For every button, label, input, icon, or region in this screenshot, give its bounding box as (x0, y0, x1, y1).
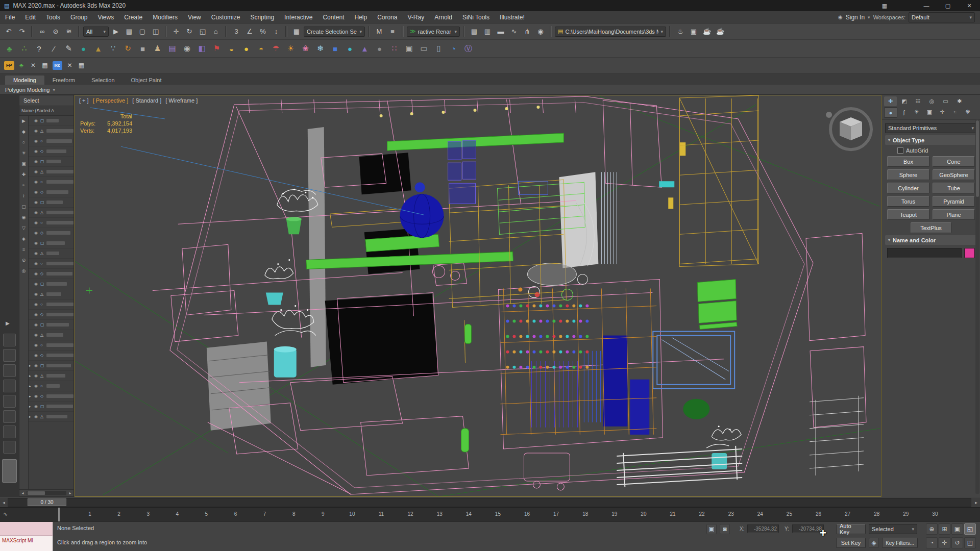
display-shapes-icon[interactable]: ○ (22, 139, 25, 145)
primitives-dropdown[interactable]: Standard Primitives ▾ (885, 123, 977, 133)
bind-to-space-warp-icon[interactable]: ≋ (63, 26, 75, 38)
project-folder-field[interactable]: ▤C:\Users\MaiHoang\Documents\3ds Max 202… (555, 27, 666, 37)
menu-item-modifiers[interactable]: Modifiers (148, 11, 183, 23)
layout-tab[interactable] (3, 410, 16, 423)
spacewarps-category[interactable]: ≈ (949, 107, 961, 117)
unlink-selection-icon[interactable]: ⊘ (50, 26, 62, 38)
list-item[interactable]: ◉○ (29, 259, 74, 269)
forest-list-icon[interactable]: ▦ (40, 60, 51, 71)
create-sphere-button[interactable]: Sphere (887, 169, 929, 180)
list-item[interactable]: ◉◇ (29, 269, 74, 279)
viewport-menu-standard[interactable]: [ Standard ] (132, 97, 161, 104)
utilities-tab[interactable]: ✱ (953, 96, 966, 106)
autogrid-checkbox[interactable] (897, 147, 903, 154)
menu-item-create[interactable]: Create (119, 11, 148, 23)
snowflake-icon[interactable]: ❄ (313, 42, 327, 56)
list-item[interactable]: ▸◉△ (29, 371, 74, 381)
rectangular-selection-region-icon[interactable]: ▢ (136, 26, 149, 38)
create-teapot-button[interactable]: Teapot (887, 209, 929, 220)
visibility-eye-icon[interactable]: ◉ (34, 384, 39, 388)
visibility-eye-icon[interactable]: ◉ (34, 210, 39, 215)
menu-item-scripting[interactable]: Scripting (245, 11, 279, 23)
list-item[interactable]: ◉▢ (29, 279, 74, 289)
create-textplus-button[interactable]: TextPlus (911, 222, 951, 233)
time-slider-track[interactable]: 0 / 30 (8, 498, 971, 507)
forest-tree-icon[interactable]: ♣ (16, 60, 27, 71)
photo-icon[interactable]: ▣ (402, 42, 416, 56)
maximize-viewport-icon[interactable]: ◰ (964, 537, 976, 548)
motion-tab[interactable]: ◎ (925, 96, 938, 106)
visibility-eye-icon[interactable]: ◉ (34, 190, 39, 194)
railclone-edit-icon[interactable]: ✕ (64, 60, 75, 71)
visibility-eye-icon[interactable]: ◉ (34, 394, 39, 398)
set-key-button[interactable]: Set Key (836, 538, 866, 548)
flower-icon[interactable]: ❀ (299, 42, 312, 56)
visibility-eye-icon[interactable]: ◉ (34, 220, 39, 225)
expand-arrow-icon[interactable]: ▸ (29, 364, 33, 368)
zoom-region-icon[interactable]: ◱ (964, 523, 976, 535)
orb-icon[interactable]: ● (373, 42, 386, 56)
create-pyramid-button[interactable]: Pyramid (933, 196, 975, 207)
systems-category[interactable]: ❋ (962, 107, 974, 117)
menu-item-arnold[interactable]: Arnold (429, 11, 457, 23)
box-icon[interactable]: ■ (136, 42, 150, 56)
list-item[interactable]: ◉▢ (29, 238, 74, 248)
layout-tab[interactable] (3, 441, 16, 454)
expand-arrow-icon[interactable]: ▸ (29, 415, 33, 419)
chart-icon[interactable]: ◔ (447, 42, 460, 56)
settings-icon[interactable]: ≡ (22, 246, 25, 253)
viewport-menu-general[interactable]: [ + ] (79, 97, 89, 104)
list-item[interactable]: ◉○ (29, 299, 74, 310)
layout-tab[interactable] (3, 425, 16, 438)
menu-item-file[interactable]: File (0, 11, 20, 23)
redo-icon[interactable]: ↷ (16, 26, 28, 38)
key-mode-icon[interactable]: ◈ (869, 538, 879, 548)
render-setup-icon[interactable]: ♨ (674, 26, 687, 38)
interactive-render-dropdown[interactable]: ≫ractive Renar▾ (407, 27, 460, 37)
vray-icon[interactable]: Ⓥ (461, 42, 475, 56)
monitor-icon[interactable]: ▯ (432, 42, 446, 56)
list-item[interactable]: ◉◇ (29, 187, 74, 197)
previous-frame-icon[interactable]: ◂ (0, 500, 8, 505)
visibility-eye-icon[interactable]: ◉ (34, 118, 39, 123)
layout-tab[interactable] (3, 380, 16, 392)
forest-pack-badge-icon[interactable]: FP (4, 61, 14, 70)
helpers-category[interactable]: ✛ (936, 107, 948, 117)
visibility-eye-icon[interactable]: ◉ (34, 180, 39, 184)
next-frame-icon[interactable]: ▸ (972, 500, 980, 505)
fov-icon[interactable]: ◔ (926, 537, 938, 548)
list-item[interactable]: ◉△ (29, 126, 74, 136)
menu-item-illustrate[interactable]: Illustrate! (495, 11, 530, 23)
scrollbar-track[interactable] (27, 491, 66, 495)
visibility-eye-icon[interactable]: ◉ (34, 322, 39, 327)
geometry-category[interactable]: ● (884, 107, 897, 118)
visibility-eye-icon[interactable]: ◉ (34, 292, 39, 296)
select-object-icon[interactable]: ▶ (110, 26, 122, 38)
visibility-eye-icon[interactable]: ◉ (34, 414, 39, 419)
key-filters-button[interactable]: Key Filters... (882, 538, 918, 548)
selection-set-dropdown[interactable]: Selected ▾ (869, 524, 917, 534)
selection-filter-dropdown[interactable]: All▾ (83, 27, 109, 37)
visibility-eye-icon[interactable]: ◉ (34, 261, 39, 266)
toggle-ribbon-icon[interactable]: ▬ (495, 26, 507, 38)
dome-icon[interactable]: ◒ (225, 42, 238, 56)
lock-icon[interactable]: ◈ (22, 235, 26, 242)
menu-item-help[interactable]: Help (349, 11, 372, 23)
mini-curve-editor-icon[interactable]: ∿ (3, 511, 8, 517)
visibility-eye-icon[interactable]: ◉ (34, 404, 39, 409)
cameras-category[interactable]: ▣ (923, 107, 936, 117)
list-item[interactable]: ▸◉△ (29, 412, 74, 422)
explorer-column-header[interactable]: Name (Sorted A (19, 106, 74, 116)
toggle-layer-explorer-icon[interactable]: ▥ (481, 26, 494, 38)
explorer-hscrollbar[interactable]: ◂ ▸ (19, 489, 74, 496)
lights-category[interactable]: ☀ (911, 107, 923, 117)
list-item[interactable]: ◉▢ (29, 116, 74, 126)
menu-item-edit[interactable]: Edit (20, 11, 41, 23)
visibility-eye-icon[interactable]: ◉ (34, 251, 39, 256)
expand-arrow-icon[interactable]: ▸ (29, 374, 33, 378)
visibility-eye-icon[interactable]: ◉ (34, 302, 39, 307)
shapes-category[interactable]: ʃ (898, 107, 910, 117)
isolate-selection-icon[interactable]: ▣ (706, 524, 717, 534)
list-item[interactable]: ◉○ (29, 218, 74, 228)
visibility-eye-icon[interactable]: ◉ (34, 149, 39, 154)
